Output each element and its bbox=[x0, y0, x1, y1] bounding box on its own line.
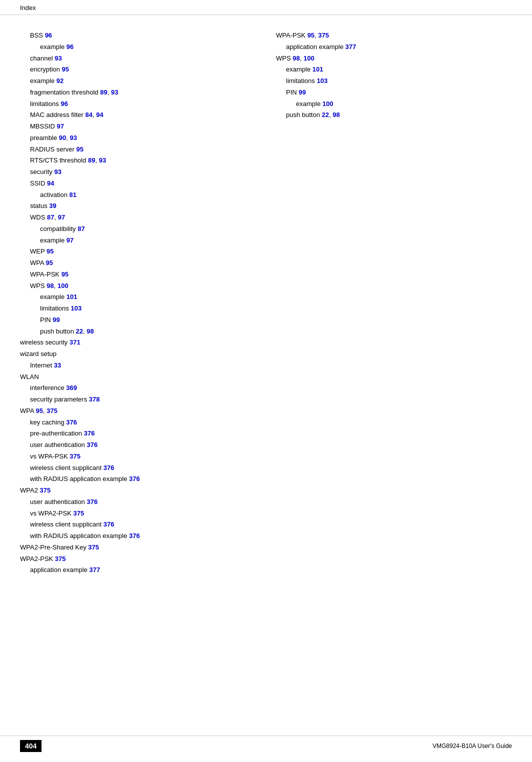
entry-label: pre-authentication bbox=[30, 430, 82, 437]
index-entry: wireless client supplicant 376 bbox=[20, 519, 256, 530]
entry-pagenum: 90 bbox=[59, 134, 66, 142]
index-entry: channel 93 bbox=[20, 53, 256, 64]
entry-pagenum: 96 bbox=[45, 32, 52, 39]
index-entry: example 92 bbox=[20, 76, 256, 87]
entry-pagenum: 94 bbox=[96, 111, 103, 118]
index-entry: activation 81 bbox=[20, 190, 256, 201]
index-entry: example 101 bbox=[276, 64, 512, 76]
entry-pagenum: 87 bbox=[78, 225, 84, 232]
entry-pagenum: 98 bbox=[332, 111, 340, 118]
index-entry: vs WPA-PSK 375 bbox=[20, 451, 256, 462]
entry-pagenum: 375 bbox=[46, 407, 58, 414]
entry-pagenum: 89 bbox=[100, 88, 107, 96]
entry-label: WDS bbox=[30, 214, 45, 221]
entry-label: with RADIUS application example bbox=[30, 532, 127, 540]
entry-label: with RADIUS application example bbox=[30, 475, 127, 482]
index-entry: WPA2 375 bbox=[20, 485, 256, 496]
guide-title: VMG8924-B10A User's Guide bbox=[432, 742, 512, 750]
index-entry: pre-authentication 376 bbox=[20, 428, 256, 440]
index-entry: example 96 bbox=[20, 42, 256, 53]
entry-pagenum: 377 bbox=[346, 43, 356, 50]
entry-label: WEP bbox=[30, 248, 44, 255]
entry-pagenum: 92 bbox=[56, 77, 64, 84]
header-title: Index bbox=[20, 4, 36, 12]
entry-pagenum: 93 bbox=[54, 54, 62, 62]
entry-pagenum: 375 bbox=[88, 544, 99, 551]
entry-label: SSID bbox=[30, 180, 45, 187]
entry-label: Internet bbox=[30, 362, 52, 369]
entry-pagenum: 33 bbox=[54, 362, 61, 369]
entry-label: WPA bbox=[20, 407, 34, 414]
entry-pagenum: 98 bbox=[86, 328, 94, 335]
entry-pagenum: 95 bbox=[308, 32, 314, 39]
entry-label: limitations bbox=[40, 304, 69, 312]
entry-pagenum: 375 bbox=[73, 510, 84, 517]
index-entry: with RADIUS application example 376 bbox=[20, 530, 256, 542]
entry-label: compatibility bbox=[40, 225, 76, 232]
entry-label: PIN bbox=[286, 88, 297, 96]
entry-label: channel bbox=[30, 54, 53, 62]
entry-label: limitations bbox=[30, 100, 59, 108]
entry-pagenum: 98 bbox=[46, 282, 54, 290]
index-entry: with RADIUS application example 376 bbox=[20, 474, 256, 485]
entry-label: vs WPA-PSK bbox=[30, 452, 68, 460]
index-entry: RTS/CTS threshold 89, 93 bbox=[20, 155, 256, 166]
entry-pagenum: 96 bbox=[66, 43, 74, 50]
entry-label: MBSSID bbox=[30, 122, 55, 130]
index-entry: WPA2-PSK 375 bbox=[20, 554, 256, 565]
page-header: Index bbox=[0, 0, 532, 15]
entry-pagenum: 100 bbox=[58, 282, 68, 290]
entry-pagenum: 375 bbox=[55, 555, 66, 562]
index-entry: WEP 95 bbox=[20, 246, 256, 258]
entry-label: example bbox=[30, 77, 54, 84]
index-entry: MAC address filter 84, 94 bbox=[20, 110, 256, 121]
index-entry: vs WPA2-PSK 375 bbox=[20, 508, 256, 520]
entry-pagenum: 369 bbox=[66, 384, 77, 392]
entry-label: user authentication bbox=[30, 441, 85, 448]
index-entry: interference 369 bbox=[20, 382, 256, 394]
entry-pagenum: 376 bbox=[66, 418, 77, 426]
index-entry: BSS 96 bbox=[20, 30, 256, 42]
entry-pagenum: 377 bbox=[90, 566, 100, 574]
page-number: 404 bbox=[20, 740, 42, 752]
entry-label: WPA2-PSK bbox=[20, 555, 53, 562]
index-entry: WPA2-Pre-Shared Key 375 bbox=[20, 542, 256, 554]
index-entry: application example 377 bbox=[20, 564, 256, 576]
entry-pagenum: 22 bbox=[76, 328, 83, 335]
index-entry: WPA 95, 375 bbox=[20, 406, 256, 417]
index-entry: WPA-PSK 95, 375 bbox=[276, 30, 512, 42]
page-content: BSS 96example 96channel 93encryption 95e… bbox=[0, 15, 532, 606]
entry-pagenum: 101 bbox=[312, 66, 324, 73]
page-footer: 404 VMG8924-B10A User's Guide bbox=[0, 736, 532, 752]
entry-label: example bbox=[286, 66, 310, 73]
entry-pagenum: 100 bbox=[304, 54, 314, 62]
index-entry: key caching 376 bbox=[20, 417, 256, 428]
entry-pagenum: 84 bbox=[86, 111, 92, 118]
entry-label: security parameters bbox=[30, 396, 87, 403]
entry-pagenum: 96 bbox=[60, 100, 68, 108]
entry-pagenum: 93 bbox=[99, 156, 106, 164]
entry-pagenum: 103 bbox=[316, 77, 328, 84]
right-column: WPA-PSK 95, 375application example 377WP… bbox=[266, 30, 512, 576]
entry-pagenum: 103 bbox=[70, 304, 82, 312]
entry-label: example bbox=[40, 236, 64, 244]
entry-label: application example bbox=[286, 43, 344, 50]
entry-pagenum: 22 bbox=[322, 111, 329, 118]
entry-label: wireless client supplicant bbox=[30, 520, 102, 528]
entry-label: example bbox=[296, 100, 320, 108]
entry-label: preamble bbox=[30, 134, 57, 142]
entry-pagenum: 378 bbox=[89, 396, 100, 403]
entry-pagenum: 98 bbox=[292, 54, 300, 62]
index-entry: encryption 95 bbox=[20, 64, 256, 76]
index-entry: limitations 103 bbox=[276, 76, 512, 87]
entry-label: status bbox=[30, 202, 48, 210]
left-column: BSS 96example 96channel 93encryption 95e… bbox=[20, 30, 266, 576]
index-entry: security 93 bbox=[20, 166, 256, 178]
entry-pagenum: 99 bbox=[52, 316, 60, 324]
entry-label: WPS bbox=[276, 54, 291, 62]
entry-pagenum: 101 bbox=[66, 293, 78, 300]
entry-label: user authentication bbox=[30, 498, 85, 506]
entry-label: encryption bbox=[30, 66, 60, 73]
index-entry: Internet 33 bbox=[20, 360, 256, 372]
entry-label: MAC address filter bbox=[30, 111, 84, 118]
